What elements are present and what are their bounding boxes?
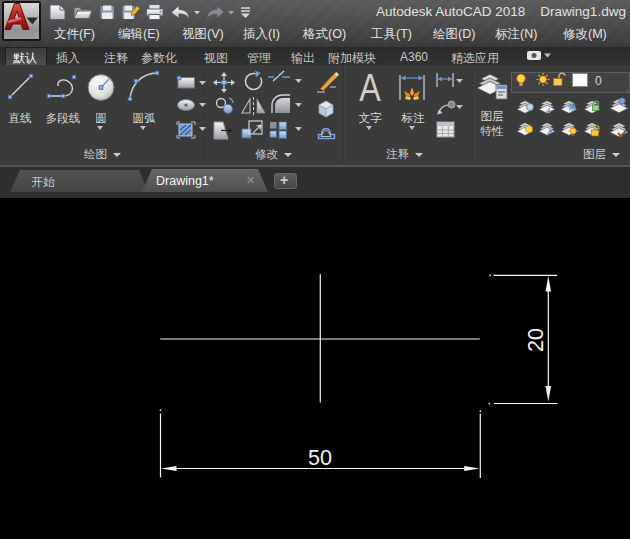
svg-text:50: 50 bbox=[308, 446, 332, 470]
svg-text:0: 0 bbox=[595, 74, 602, 88]
svg-text:20: 20 bbox=[524, 328, 548, 352]
svg-text:A: A bbox=[359, 67, 381, 109]
